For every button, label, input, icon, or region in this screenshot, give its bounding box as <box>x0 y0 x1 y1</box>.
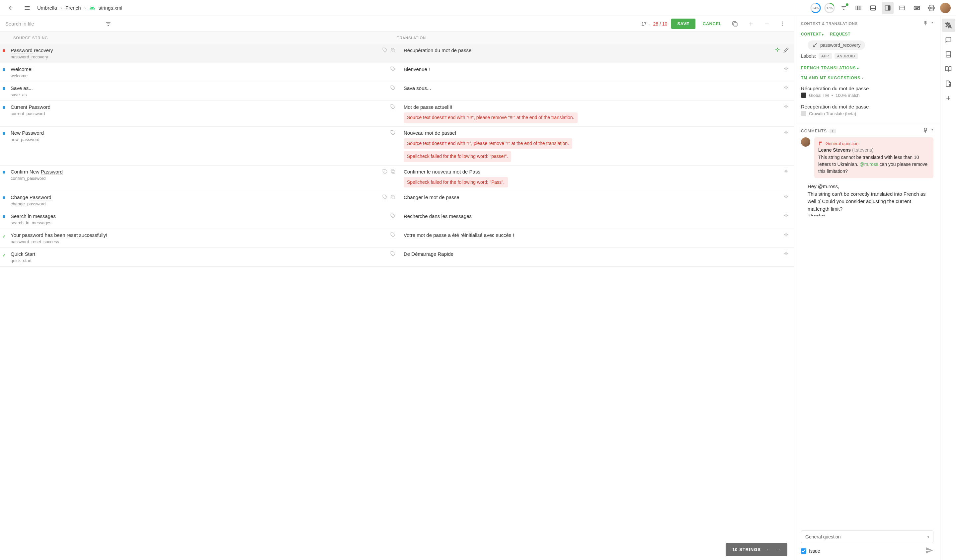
translation-text[interactable]: Nouveau mot de passe! <box>404 130 789 136</box>
tag-icon[interactable] <box>390 213 396 220</box>
translate-tab[interactable] <box>942 19 955 32</box>
label-chip[interactable]: ANDROID <box>835 53 858 59</box>
user-avatar[interactable] <box>940 3 951 13</box>
auto-icon[interactable] <box>783 66 789 73</box>
breadcrumb-file[interactable]: strings.xml <box>99 5 123 11</box>
comment-input[interactable] <box>808 183 927 216</box>
svg-rect-38 <box>392 49 395 52</box>
translation-text[interactable]: Mot de passe actuel!!! <box>404 104 789 110</box>
pin-icon[interactable] <box>923 20 928 27</box>
chevron-down-icon[interactable]: ▾ <box>931 128 933 134</box>
tab-context[interactable]: CONTEXT▸ <box>801 32 824 36</box>
breadcrumb-language[interactable]: French <box>65 5 81 11</box>
plus-button[interactable] <box>745 18 757 30</box>
auto-icon[interactable] <box>783 232 789 238</box>
source-text: Confirm New Password <box>11 169 396 174</box>
comments-tab[interactable] <box>942 33 955 46</box>
duplicate-icon[interactable] <box>390 47 396 54</box>
window-icon-button[interactable] <box>896 2 908 14</box>
panel-bottom-icon-button[interactable] <box>867 2 879 14</box>
filter-icon-button[interactable] <box>838 2 850 14</box>
more-button[interactable] <box>777 18 789 30</box>
suggestion-item[interactable]: Récupération du mot de passe Crowdin Tra… <box>794 101 940 119</box>
translation-text[interactable]: Sava sous... <box>404 85 789 91</box>
tag-icon[interactable] <box>382 169 388 175</box>
translation-text[interactable]: Bienvenue ! <box>404 66 789 72</box>
translation-text[interactable]: Récupération du mot de passe <box>404 47 789 53</box>
auto-icon[interactable] <box>783 251 789 257</box>
table-row[interactable]: Current Passwordcurrent_passwordMot de p… <box>0 101 794 127</box>
panel-right-icon-button[interactable] <box>882 2 894 14</box>
unpin-icon[interactable] <box>923 128 928 134</box>
glossary-tab[interactable] <box>942 48 955 61</box>
section-tm[interactable]: TM AND MT SUGGESTIONS▾ <box>794 73 940 83</box>
tag-icon[interactable] <box>390 66 396 73</box>
next-arrow[interactable]: → <box>776 547 781 552</box>
tag-icon[interactable] <box>390 232 396 238</box>
progress-ring-2[interactable]: 17% <box>824 2 835 14</box>
comment-avatar[interactable] <box>801 137 810 147</box>
table-row[interactable]: New Passwordnew_passwordNouveau mot de p… <box>0 127 794 166</box>
auto-icon[interactable] <box>775 47 780 54</box>
translation-text[interactable]: Votre mot de passe a été réinitialisé av… <box>404 232 789 238</box>
tag-icon[interactable] <box>390 104 396 110</box>
file-tab[interactable] <box>942 77 955 90</box>
suggestion-item[interactable]: Récupération du mot de passe Global TM •… <box>794 83 940 101</box>
chevron-down-icon[interactable]: ▾ <box>931 20 933 27</box>
issue-checkbox-label[interactable]: Issue <box>801 548 820 554</box>
auto-icon[interactable] <box>783 130 789 136</box>
send-button[interactable] <box>926 546 933 555</box>
translation-text[interactable]: Changer le mot de passe <box>404 195 789 200</box>
label-chip[interactable]: APP <box>819 53 832 59</box>
auto-icon[interactable] <box>783 104 789 110</box>
progress-ring-1[interactable]: 64% <box>810 2 821 14</box>
table-row[interactable]: ✔Your password has been reset successful… <box>0 229 794 248</box>
tag-icon[interactable] <box>390 251 396 257</box>
table-row[interactable]: Welcome!welcomeBienvenue ! <box>0 63 794 82</box>
auto-icon[interactable] <box>783 169 789 175</box>
settings-icon-button[interactable] <box>926 2 937 14</box>
auto-icon[interactable] <box>783 85 789 92</box>
table-row[interactable]: Change Passwordchange_passwordChanger le… <box>0 191 794 210</box>
cancel-button[interactable]: CANCEL <box>700 19 725 29</box>
tm-tab[interactable] <box>942 62 955 76</box>
duplicate-icon[interactable] <box>390 169 396 175</box>
tag-icon[interactable] <box>382 47 388 54</box>
menu-button[interactable] <box>21 2 33 14</box>
columns-icon-button[interactable] <box>852 2 864 14</box>
issue-checkbox[interactable] <box>801 548 806 554</box>
svg-line-55 <box>816 44 816 44</box>
add-tab[interactable] <box>942 92 955 105</box>
issue-type-select[interactable]: General question ▾ <box>801 530 933 543</box>
table-row[interactable]: Save as...save_asSava sous... <box>0 82 794 101</box>
translation-text[interactable]: Recherche dans les messages <box>404 213 789 219</box>
keyboard-icon-button[interactable] <box>911 2 923 14</box>
edit-icon[interactable] <box>783 47 789 54</box>
section-french[interactable]: FRENCH TRANSLATIONS▸ <box>794 63 940 73</box>
table-row[interactable]: Password recoverypassword_recoveryRécupé… <box>0 44 794 63</box>
back-button[interactable] <box>5 2 17 14</box>
tab-request[interactable]: REQUEST <box>830 32 851 36</box>
auto-icon[interactable] <box>783 195 789 201</box>
table-row[interactable]: Confirm New Passwordconfirm_passwordConf… <box>0 166 794 191</box>
svg-point-35 <box>782 25 783 26</box>
save-button[interactable]: SAVE <box>671 19 695 29</box>
comment-text: This string cannot be translated with le… <box>818 154 929 175</box>
minus-button[interactable] <box>761 18 773 30</box>
context-key-chip[interactable]: password_recovery <box>808 41 865 50</box>
duplicate-icon[interactable] <box>390 195 396 201</box>
table-row[interactable]: ✔Quick Startquick_startDe Démarrage Rapi… <box>0 248 794 267</box>
copy-icon-button[interactable] <box>729 18 741 30</box>
tag-icon[interactable] <box>390 85 396 92</box>
translation-text[interactable]: Confirmer le nouveau mot de Pass <box>404 169 789 174</box>
table-row[interactable]: Search in messagessearch_in_messagesRech… <box>0 210 794 229</box>
search-input[interactable] <box>5 21 98 27</box>
breadcrumb-project[interactable]: Umbrella <box>37 5 57 11</box>
filter-button[interactable] <box>102 18 114 30</box>
tag-icon[interactable] <box>382 195 388 201</box>
translation-text[interactable]: De Démarrage Rapide <box>404 251 789 257</box>
auto-icon[interactable] <box>783 213 789 220</box>
mention[interactable]: @m.ross <box>860 162 878 167</box>
prev-arrow[interactable]: ← <box>766 547 771 552</box>
tag-icon[interactable] <box>390 130 396 136</box>
